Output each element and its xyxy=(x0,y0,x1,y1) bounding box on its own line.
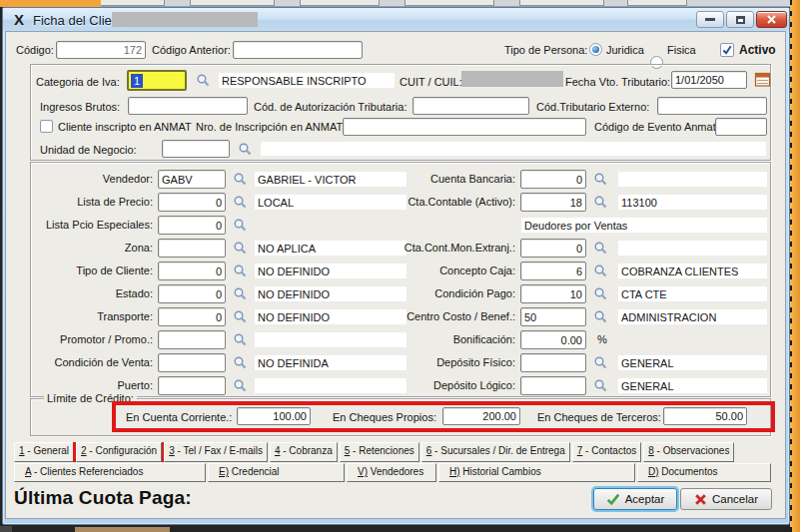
unidad-negocio-lookup[interactable] xyxy=(238,142,253,157)
minimize-button[interactable] xyxy=(696,11,724,28)
tab-general[interactable]: 1 - General xyxy=(14,442,74,462)
tab-cobranza[interactable]: 4 - Cobranza xyxy=(270,442,338,462)
centro-costo-field[interactable]: 50 xyxy=(520,307,586,326)
condicion-pago-lookup[interactable] xyxy=(593,286,608,301)
tipo-cliente-lookup[interactable] xyxy=(233,264,248,278)
condicion-pago-field[interactable]: 10 xyxy=(520,284,586,303)
promotor-field[interactable] xyxy=(158,330,226,349)
cuenta-corriente-label: En Cuenta Corriente.: xyxy=(126,411,232,423)
transporte-field[interactable]: 0 xyxy=(158,307,226,326)
cancelar-button[interactable]: Cancelar xyxy=(680,488,772,510)
lista-precio-field[interactable]: 0 xyxy=(158,193,226,212)
cta-contable-lookup[interactable] xyxy=(593,195,608,210)
tab-retenciones[interactable]: 5 - Retenciones xyxy=(340,442,419,462)
tab-vendedores[interactable]: V) Vendedores xyxy=(347,463,436,482)
estado-lookup[interactable] xyxy=(233,286,248,301)
magnifier-icon xyxy=(233,195,248,210)
bonificacion-field[interactable]: 0.00 xyxy=(520,330,586,349)
background-orange-fragment xyxy=(0,0,101,7)
cta-mon-extranj-desc xyxy=(617,240,768,257)
cuenta-corriente-field[interactable]: 100.00 xyxy=(237,407,311,425)
lista-pcio-especiales-label: Lista Pcio Especiales: xyxy=(30,219,153,231)
estado-label: Estado: xyxy=(30,287,153,299)
tab-observaciones[interactable]: 8 - Observaciones xyxy=(643,442,734,462)
ingresos-brutos-field[interactable] xyxy=(128,97,248,115)
cheques-terceros-label: En Cheques de Terceros: xyxy=(537,411,661,423)
centro-costo-lookup[interactable] xyxy=(593,309,608,324)
vendedor-lookup[interactable] xyxy=(233,172,248,187)
zona-field[interactable] xyxy=(158,239,226,258)
tab-historial-cambios[interactable]: H) Historial Cambios xyxy=(438,463,635,482)
radio-juridica[interactable] xyxy=(589,43,602,56)
cuenta-bancaria-field[interactable]: 0 xyxy=(520,170,586,189)
anmat-checkbox[interactable] xyxy=(40,120,53,133)
tab-sucursales[interactable]: 6 - Sucursales / Dir. de Entrega xyxy=(421,442,570,462)
estado-field[interactable]: 0 xyxy=(158,284,226,303)
cheques-propios-field[interactable]: 200.00 xyxy=(442,407,520,425)
tab-contactos[interactable]: 7 - Contactos xyxy=(572,442,641,462)
tab-documentos[interactable]: D) Documentos xyxy=(637,463,771,482)
tab-row-1: 1 - General 2 - Configuración 3 - Tel / … xyxy=(14,442,781,462)
lista-pcio-especiales-lookup[interactable] xyxy=(233,218,248,233)
codigo-anterior-field[interactable] xyxy=(233,41,363,59)
ultima-cuota-label: Última Cuota Paga: xyxy=(14,487,192,509)
vendedor-label: Vendedor: xyxy=(30,173,153,185)
puerto-field[interactable] xyxy=(158,376,226,395)
redacted-cuit-value xyxy=(461,71,563,87)
cancelar-label: Cancelar xyxy=(712,493,758,505)
background-window-fragment xyxy=(190,0,275,6)
categoria-iva-field[interactable]: 1 xyxy=(127,70,187,91)
deposito-logico-lookup[interactable] xyxy=(593,378,608,393)
background-window-fragment xyxy=(404,0,494,6)
tab-clientes-referenciados[interactable]: A - Clientes Referenciados xyxy=(14,463,206,482)
lista-pcio-especiales-field[interactable]: 0 xyxy=(158,216,226,235)
zona-lookup[interactable] xyxy=(233,241,248,256)
magnifier-icon xyxy=(233,172,248,187)
cta-mon-extranj-lookup[interactable] xyxy=(593,241,608,256)
cheques-terceros-field[interactable]: 50.00 xyxy=(663,407,747,425)
maximize-icon xyxy=(736,16,745,24)
concepto-caja-lookup[interactable] xyxy=(593,264,608,278)
bonificacion-label: Bonificación: xyxy=(398,333,515,345)
anmat-evento-field[interactable] xyxy=(715,118,767,136)
anmat-nro-field[interactable] xyxy=(343,118,586,136)
puerto-desc xyxy=(254,377,407,394)
maximize-button[interactable] xyxy=(726,11,754,28)
magnifier-icon xyxy=(233,218,248,233)
cuenta-bancaria-lookup[interactable] xyxy=(593,172,608,187)
vendedor-field[interactable]: GABV xyxy=(158,170,226,189)
tab-tel-fax-emails[interactable]: 3 - Tel / Fax / E-mails xyxy=(164,442,268,462)
minimize-icon xyxy=(705,18,715,21)
activo-checkbox[interactable] xyxy=(720,43,734,57)
codigo-field[interactable]: 172 xyxy=(56,41,146,59)
fecha-vto-field[interactable]: 1/01/2050 xyxy=(671,71,747,89)
condicion-venta-field[interactable] xyxy=(158,353,226,372)
deposito-logico-label: Depósito Lógico: xyxy=(398,379,515,391)
promotor-lookup[interactable] xyxy=(233,332,248,347)
cod-tributario-ext-field[interactable] xyxy=(657,97,767,115)
fecha-vto-label: Fecha Vto. Tributario: xyxy=(565,76,670,88)
fecha-vto-calendar-button[interactable] xyxy=(754,71,771,88)
tipo-cliente-field[interactable]: 0 xyxy=(158,262,226,280)
tab-credencial[interactable]: E) Credencial xyxy=(208,463,345,482)
transporte-lookup[interactable] xyxy=(233,309,248,324)
aceptar-label: Aceptar xyxy=(625,493,665,505)
magnifier-icon xyxy=(233,378,248,393)
unidad-negocio-field[interactable] xyxy=(162,140,230,158)
categoria-iva-lookup[interactable] xyxy=(196,73,211,88)
cta-mon-extranj-field[interactable]: 0 xyxy=(520,239,586,258)
condicion-venta-lookup[interactable] xyxy=(233,355,248,370)
concepto-caja-field[interactable]: 6 xyxy=(520,262,586,280)
cta-contable-field[interactable]: 18 xyxy=(520,193,586,212)
cod-autorizacion-field[interactable] xyxy=(412,97,529,115)
deposito-fisico-lookup[interactable] xyxy=(593,355,608,370)
aceptar-button[interactable]: Aceptar xyxy=(593,488,677,510)
deposito-logico-field[interactable] xyxy=(520,376,586,395)
percent-label: % xyxy=(597,333,607,345)
transporte-desc: NO DEFINIDO xyxy=(254,308,407,325)
deposito-fisico-field[interactable] xyxy=(520,353,586,372)
tab-configuracion[interactable]: 2 - Configuración xyxy=(76,442,162,462)
puerto-lookup[interactable] xyxy=(233,378,248,393)
lista-precio-lookup[interactable] xyxy=(233,195,248,210)
close-button[interactable] xyxy=(756,11,787,28)
